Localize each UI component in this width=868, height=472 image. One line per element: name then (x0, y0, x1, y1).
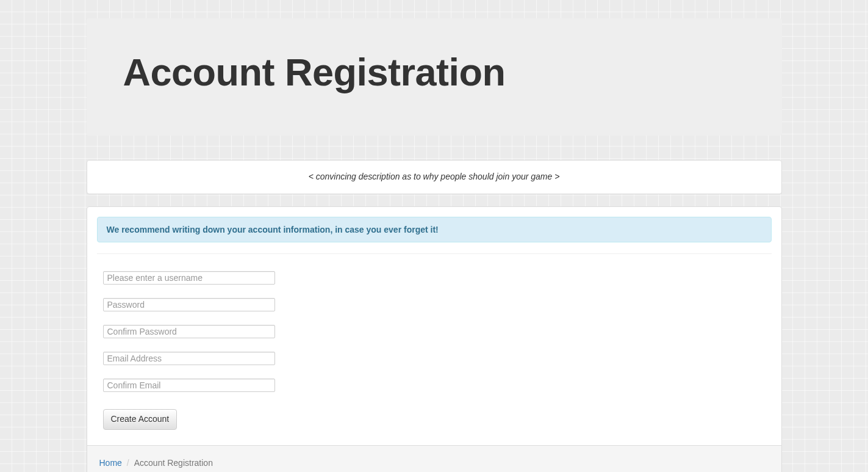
form-row-confirm-password (103, 325, 772, 338)
form-row-username (103, 271, 772, 285)
info-alert-text: We recommend writing down your account i… (107, 225, 439, 234)
form-row-email (103, 352, 772, 365)
password-input[interactable] (103, 298, 275, 311)
breadcrumb-item-home: Home / (99, 458, 129, 468)
divider (97, 253, 772, 254)
breadcrumb-separator: / (127, 458, 129, 468)
form-row-password (103, 298, 772, 311)
page-title: Account Registration (123, 50, 745, 94)
confirm-email-input[interactable] (103, 379, 275, 392)
breadcrumb-home-link[interactable]: Home (99, 458, 122, 468)
username-input[interactable] (103, 271, 275, 285)
page-container: Account Registration < convincing descri… (87, 18, 782, 472)
info-alert: We recommend writing down your account i… (97, 217, 772, 242)
breadcrumb: Home / Account Registration (99, 458, 769, 468)
registration-form: Create Account (97, 256, 772, 445)
panel-footer: Home / Account Registration (87, 445, 781, 472)
jumbotron-header: Account Registration (87, 18, 782, 136)
create-account-button[interactable]: Create Account (103, 409, 178, 430)
confirm-password-input[interactable] (103, 325, 275, 338)
form-row-confirm-email (103, 379, 772, 392)
description-text: < convincing description as to why peopl… (99, 172, 769, 181)
description-panel: < convincing description as to why peopl… (87, 160, 782, 194)
registration-panel: We recommend writing down your account i… (87, 206, 782, 472)
breadcrumb-item-current: Account Registration (134, 458, 213, 468)
email-input[interactable] (103, 352, 275, 365)
